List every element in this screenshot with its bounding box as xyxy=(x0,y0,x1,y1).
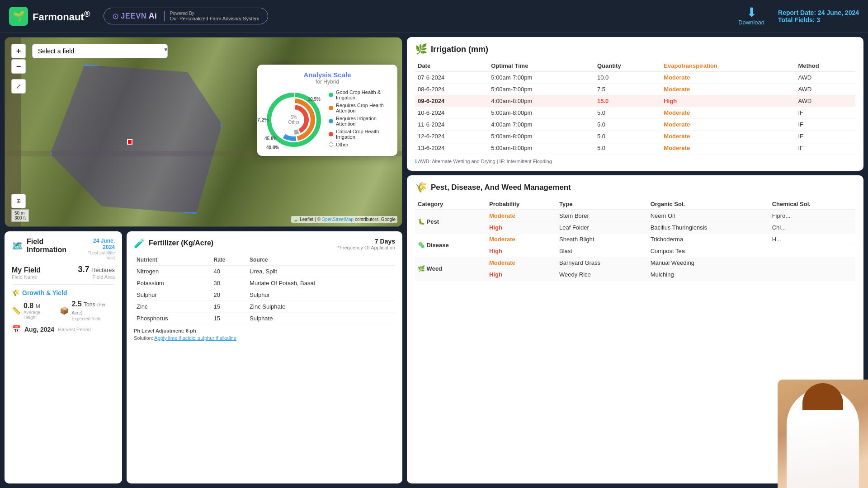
donut-outer-label: 97.2% xyxy=(255,117,269,122)
irr-col-qty: Quantity xyxy=(594,61,661,71)
irrigation-row: 09-6-2024 4:00am-8:00pm 15.0 High AWD xyxy=(415,95,855,107)
analysis-scale-popup: Analysis Scale for Hybrid xyxy=(257,65,397,156)
fert-rate: 30 xyxy=(211,277,247,289)
powered-by-desc: Our Personalized Farm Advisory System xyxy=(170,16,259,21)
donut-bottom-label: 40.8% xyxy=(266,145,279,150)
farmonaut-logo-text: Farmonaut® xyxy=(33,9,90,23)
map-container[interactable]: + − ⤢ Select a field ▼ ⊞ 50 m 300 ft 🍃 L… xyxy=(5,37,402,227)
category-icon-pest: 🐛 xyxy=(418,218,425,225)
fertilizer-row: Potassium 30 Muriate Of Potash, Basal xyxy=(134,277,395,289)
pest-col-category: Category xyxy=(415,199,486,210)
harvest-label: Harvest Period xyxy=(58,327,91,332)
growth-row: 📏 0.8 M Average Height 📦 2.5 Tons (Per A… xyxy=(12,300,115,321)
analysis-legend: Good Crop Health & Irrigation Requires C… xyxy=(329,89,390,150)
growth-title: 🌾 Growth & Yield xyxy=(12,289,115,296)
zoom-out-button[interactable]: − xyxy=(11,59,26,74)
field-info-icon: 🗺️ xyxy=(12,240,23,251)
pest-type: Weedy Rice xyxy=(557,269,648,281)
legend-crop-health: Requires Crop Health Attention xyxy=(329,103,390,113)
irr-date: 13-6-2024 xyxy=(415,142,488,154)
irrigation-row: 12-6-2024 5:00am-8:00pm 5.0 Moderate IF xyxy=(415,131,855,142)
harvest-icon: 📅 xyxy=(12,325,21,333)
farmonaut-logo-icon: 🌱 xyxy=(9,7,28,26)
header: 🌱 Farmonaut® ⊙ JEEVN Ai Powered By Our P… xyxy=(0,0,868,33)
irr-qty: 7.5 xyxy=(594,84,661,95)
fertilizer-row: Zinc 15 Zinc Sulphate xyxy=(134,301,395,313)
irrigation-note: ℹ AWD: Alternate Wetting and Drying | IF… xyxy=(415,159,855,164)
bottom-panels: 🗺️ Field Information 24 June, 2024 *Last… xyxy=(5,231,402,483)
fertilizer-table: Nutrient Rate Source Nitrogen 40 Urea, S… xyxy=(134,255,395,324)
pest-category-weed: 🌿 Weed xyxy=(415,257,486,281)
field-info-date-sub: *Last satellite visit xyxy=(81,250,115,260)
irr-method: IF xyxy=(795,107,855,119)
growth-title-text: Growth & Yield xyxy=(22,289,67,296)
map-attribution: 🍃 Leaflet | © OpenStreetMap contributors… xyxy=(291,216,397,223)
field-info-title: Field Information xyxy=(27,238,81,254)
pest-organic: Mulching xyxy=(648,269,769,281)
irr-qty: 15.0 xyxy=(594,95,661,107)
logo-reg: ® xyxy=(84,9,90,19)
fert-col-rate: Rate xyxy=(211,255,247,265)
pest-prob: Moderate xyxy=(486,257,557,269)
pest-panel: 🌾 Pest, Disease, And Weed Management Cat… xyxy=(407,175,863,483)
harvest-row: 📅 Aug, 2024 Harvest Period xyxy=(12,325,115,333)
irr-qty: 10.0 xyxy=(594,71,661,84)
irrigation-row: 07-6-2024 5:00am-7:00pm 10.0 Moderate AW… xyxy=(415,71,855,84)
irr-date: 12-6-2024 xyxy=(415,131,488,142)
fert-nutrient: Nitrogen xyxy=(134,265,211,277)
irr-col-time: Optimal Time xyxy=(488,61,594,71)
map-background: + − ⤢ Select a field ▼ ⊞ 50 m 300 ft 🍃 L… xyxy=(5,38,402,226)
fertilizer-header: 🧪 Fertilizer (Kg/Acre) 7 Days *Frequency… xyxy=(134,238,395,250)
fertilizer-row: Phosphorus 15 Sulphate xyxy=(134,313,395,324)
pest-organic: Neem Oil xyxy=(648,210,769,222)
fullscreen-button[interactable]: ⤢ xyxy=(11,79,26,94)
legend-label-other: Other xyxy=(336,142,349,147)
irr-evap: Moderate xyxy=(661,131,795,142)
pest-category-pest: 🐛 Pest xyxy=(415,210,486,234)
pest-type: Barnyard Grass xyxy=(557,257,648,269)
growth-icon: 🌾 xyxy=(12,289,19,296)
irr-col-method: Method xyxy=(795,61,855,71)
zoom-in-button[interactable]: + xyxy=(11,44,26,58)
fert-rate: 40 xyxy=(211,265,247,277)
frequency-badge: 7 Days *Frequency Of Application xyxy=(338,238,395,250)
pest-prob: High xyxy=(486,269,557,281)
height-label: Average Height xyxy=(24,310,52,320)
height-icon: 📏 xyxy=(12,306,21,315)
fert-nutrient: Potassium xyxy=(134,277,211,289)
fertilizer-icon: 🧪 xyxy=(134,238,145,249)
jeevn-logo-text: JEEVN xyxy=(121,12,146,20)
pest-row: 🌿 Weed Moderate Barnyard Grass Manual We… xyxy=(415,257,855,269)
pest-header: 🌾 Pest, Disease, And Weed Management xyxy=(415,182,855,193)
report-date-label: Report Date: xyxy=(778,9,816,16)
category-icon-weed: 🌿 xyxy=(418,265,425,272)
legend-critical: Critical Crop Health Irrigation xyxy=(329,129,390,140)
pest-type: Sheath Blight xyxy=(557,234,648,245)
irr-time: 5:00am-8:00pm xyxy=(488,142,594,154)
solution-link[interactable]: Apply lime if acidic, sulphur if alkalin… xyxy=(154,335,236,341)
irr-method: IF xyxy=(795,131,855,142)
harvest-value: Aug, 2024 xyxy=(24,326,54,333)
map-layer-button[interactable]: ⊞ xyxy=(11,194,26,208)
pest-row: 🐛 Pest Moderate Stem Borer Neem Oil Fipr… xyxy=(415,210,855,222)
fert-source: Urea, Split xyxy=(247,265,395,277)
pest-chemical: H... xyxy=(769,234,855,245)
legend-label-critical: Critical Crop Health Irrigation xyxy=(336,129,390,140)
irrigation-note-text: AWD: Alternate Wetting and Drying | IF: … xyxy=(418,159,552,164)
fert-source: Sulphur xyxy=(247,289,395,301)
irrigation-panel: 🌿 Irrigation (mm) Date Optimal Time Quan… xyxy=(407,37,863,171)
pest-chemical xyxy=(769,257,855,269)
irrigation-title: Irrigation (mm) xyxy=(431,45,488,54)
irr-method: AWD xyxy=(795,84,855,95)
field-select[interactable]: Select a field xyxy=(32,44,168,58)
download-button[interactable]: ⬇ Download xyxy=(738,6,764,26)
irr-date: 08-6-2024 xyxy=(415,84,488,95)
yield-value: 2.5 xyxy=(71,300,81,308)
field-name-value: My Field xyxy=(12,266,41,274)
irr-time: 5:00am-8:00pm xyxy=(488,131,594,142)
pest-prob: High xyxy=(486,245,557,257)
pest-col-chemical: Chemical Sol. xyxy=(769,199,855,210)
field-area-sub: Field Area xyxy=(78,274,115,280)
pest-type: Blast xyxy=(557,245,648,257)
fertilizer-solution: Solution: Apply lime if acidic, sulphur … xyxy=(134,335,395,341)
